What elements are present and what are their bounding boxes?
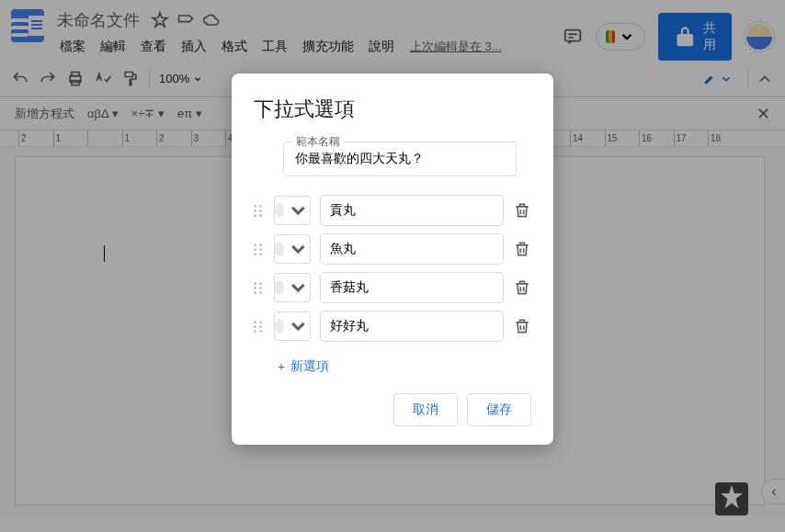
drag-handle-icon[interactable] [254,205,265,217]
option-text-input[interactable] [320,233,504,265]
option-color-chip[interactable] [274,273,311,302]
option-row [232,307,553,345]
delete-option-icon[interactable] [513,201,531,220]
option-color-chip[interactable] [274,196,311,225]
delete-option-icon[interactable] [513,278,531,297]
option-row [232,191,553,230]
option-text-input[interactable] [320,311,504,342]
template-name-label: 範本名稱 [292,134,344,150]
option-color-chip[interactable] [274,234,311,264]
option-text-input[interactable] [320,195,504,226]
delete-option-icon[interactable] [513,240,531,258]
dropdown-options-dialog: 下拉式選項 範本名稱 + 新選項 取消 儲存 [232,74,553,445]
option-row [232,230,553,268]
dialog-title: 下拉式選項 [232,96,553,134]
drag-handle-icon[interactable] [254,321,265,333]
option-text-input[interactable] [320,272,504,303]
delete-option-icon[interactable] [513,317,531,335]
drag-handle-icon[interactable] [254,282,265,294]
add-option-button[interactable]: + 新選項 [232,345,553,384]
modal-overlay: 下拉式選項 範本名稱 + 新選項 取消 儲存 [0,0,785,532]
save-button[interactable]: 儲存 [467,393,531,426]
drag-handle-icon[interactable] [254,243,265,255]
option-row [232,268,553,307]
plus-icon: + [278,359,285,374]
cancel-button[interactable]: 取消 [393,393,458,426]
option-color-chip[interactable] [274,311,311,341]
